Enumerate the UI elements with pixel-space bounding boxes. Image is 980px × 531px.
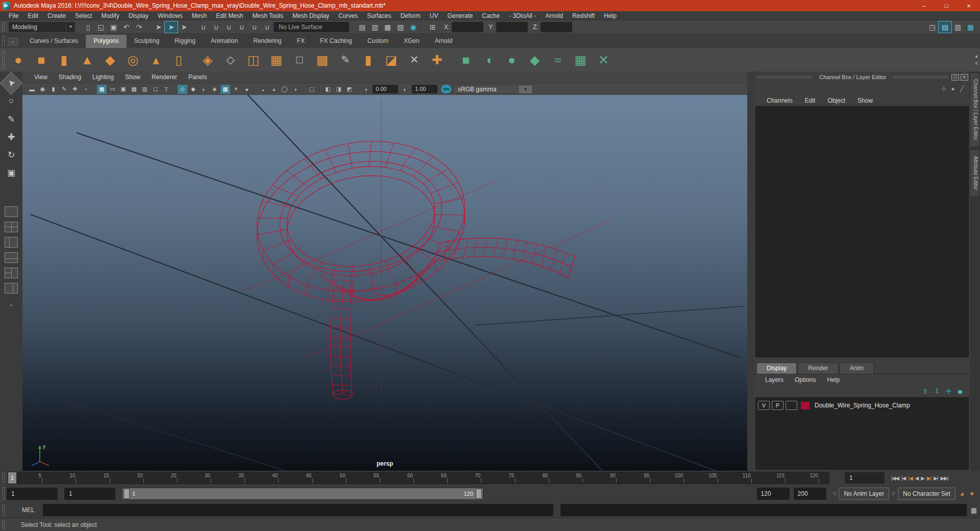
menu-item[interactable]: Create <box>43 11 70 20</box>
snap-to-view-plane-icon[interactable]: ∪ <box>248 21 261 33</box>
uv-persp-layout-button[interactable] <box>5 283 18 294</box>
menu-set-selector[interactable]: Modeling <box>9 22 66 32</box>
automatic-mapping-icon[interactable]: ◆ <box>523 49 546 70</box>
persp-graph-layout-button[interactable] <box>5 252 18 263</box>
render-settings-icon[interactable]: ▧ <box>394 21 407 33</box>
drag-handle[interactable] <box>2 520 5 529</box>
play-forwards-button[interactable]: ▶ <box>920 472 925 484</box>
uv-editor-icon[interactable]: ▦ <box>569 49 592 70</box>
script-editor-icon[interactable]: ▦ <box>971 506 977 514</box>
poly-pipe-icon[interactable]: ▯ <box>167 49 190 70</box>
paint-select-tool-icon[interactable]: ✎ <box>4 111 19 127</box>
reduce-icon[interactable]: ▩ <box>311 49 334 70</box>
scale-tool-icon[interactable]: ▣ <box>4 165 19 180</box>
poly-cone-icon[interactable]: ▲ <box>76 49 99 70</box>
shelf-tab[interactable]: FX <box>289 35 312 48</box>
drag-handle[interactable] <box>2 487 5 501</box>
smooth-icon[interactable]: ▦ <box>265 49 288 70</box>
shelf-tab[interactable]: Arnold <box>427 35 460 48</box>
select-tool-icon[interactable]: ➤ <box>1 73 22 94</box>
playback-end-field[interactable]: 120 <box>757 488 790 500</box>
panel-menu-item[interactable]: View <box>29 74 53 81</box>
xray-joints-icon[interactable]: ◨ <box>334 85 344 94</box>
range-slider[interactable]: 1 120 <box>122 488 483 500</box>
snap-to-projected-center-icon[interactable]: ∪ <box>235 21 248 33</box>
layer-editor-tab[interactable]: Display <box>756 363 797 374</box>
current-time-marker[interactable]: 1 <box>8 472 16 484</box>
select-component-icon[interactable]: ➤ <box>178 21 190 33</box>
layer-row[interactable]: V P Double_Wire_Spring_Hose_Clamp <box>758 399 966 412</box>
layer-editor-tab[interactable]: Anim <box>840 363 874 374</box>
tool-settings-icon[interactable]: ▥ <box>951 21 964 33</box>
command-line-input[interactable] <box>43 504 553 516</box>
channel-box-menu-item[interactable]: Channels <box>761 97 799 104</box>
poly-pyramid-icon[interactable]: ▴ <box>144 49 167 70</box>
menu-item[interactable]: Mesh Display <box>288 11 334 20</box>
image-plane-icon[interactable]: ✎ <box>59 85 69 94</box>
axis-tripod-icon[interactable]: ✛ <box>941 85 946 92</box>
use-lights-icon[interactable]: ☀ <box>231 85 241 94</box>
menu-item[interactable]: Select <box>70 11 96 20</box>
open-render-view-icon[interactable]: ▤ <box>356 21 369 33</box>
separate-icon[interactable]: ◇ <box>219 49 242 70</box>
colorspace-select[interactable]: sRGB gamma <box>453 85 519 94</box>
layer-menu-item[interactable]: Layers <box>760 376 789 383</box>
slash-icon[interactable]: ╱ <box>960 85 964 92</box>
menu-item[interactable]: Mesh Tools <box>248 11 288 20</box>
menu-item[interactable]: Cache <box>477 11 504 20</box>
drag-handle[interactable] <box>2 472 5 484</box>
contrast-icon[interactable]: ◐ <box>400 85 410 94</box>
xray-icon[interactable]: ◧ <box>323 85 333 94</box>
gamma-field[interactable]: 1.00 <box>412 85 437 93</box>
menu-item[interactable]: - 3DtoAll - <box>504 11 541 20</box>
maximize-button[interactable]: □ <box>935 0 958 11</box>
bevel-icon[interactable]: ◪ <box>380 49 403 70</box>
shelf-tab[interactable]: Animation <box>203 35 246 48</box>
move-layer-up-icon[interactable]: ⇧ <box>922 388 928 395</box>
hypershade-icon[interactable]: ◉ <box>407 21 420 33</box>
hypershade-persp-layout-button[interactable] <box>5 268 18 278</box>
spherical-mapping-icon[interactable]: ● <box>500 49 523 70</box>
lasso-tool-icon[interactable]: ○ <box>4 93 19 109</box>
poly-cylinder-icon[interactable]: ▮ <box>53 49 76 70</box>
shelf-editor-icon[interactable]: ≡ <box>975 60 978 66</box>
ipr-render-icon[interactable]: ▦ <box>381 21 394 33</box>
collapse-toolbox-button[interactable]: - <box>10 301 13 309</box>
bounding-box-icon[interactable]: ◈ <box>210 85 219 94</box>
shelf-tab[interactable]: Curves / Surfaces <box>22 35 86 48</box>
shelf-tab[interactable]: XGen <box>396 35 427 48</box>
rotate-tool-icon[interactable]: ↻ <box>4 147 19 162</box>
textured-icon[interactable]: ▩ <box>220 85 230 94</box>
select-hierarchy-icon[interactable]: ➤ <box>152 21 165 33</box>
menu-item[interactable]: File <box>4 11 23 20</box>
range-end-handle[interactable] <box>476 489 482 499</box>
menu-item[interactable]: Edit Mesh <box>211 11 248 20</box>
step-back-frame-button[interactable]: |◀ <box>901 472 906 484</box>
drag-handle[interactable] <box>2 50 5 70</box>
menu-item[interactable]: Display <box>124 11 153 20</box>
safe-title-icon[interactable]: T <box>161 85 171 94</box>
channel-box-menu-item[interactable]: Edit <box>799 97 822 104</box>
chevron-down-icon[interactable]: ▽ <box>892 491 895 496</box>
menu-item[interactable]: Mesh <box>187 11 211 20</box>
shelf-tab[interactable]: Sculpting <box>127 35 167 48</box>
target-weld-icon[interactable]: ✚ <box>426 49 449 70</box>
poly-plane-icon[interactable]: ◆ <box>99 49 121 70</box>
x-input[interactable] <box>452 22 483 32</box>
attribute-editor-icon[interactable]: ▤ <box>939 21 951 33</box>
shelf-tab[interactable]: Rigging <box>167 35 203 48</box>
viewport-canvas[interactable]: y persp <box>22 95 747 471</box>
drag-handle[interactable] <box>2 35 5 46</box>
close-panel-icon[interactable]: × <box>961 74 968 81</box>
z-input[interactable] <box>541 22 572 32</box>
chevron-down-icon[interactable]: ▼ <box>519 85 533 94</box>
bookmark-icon[interactable]: ▮ <box>48 85 58 94</box>
drag-handle[interactable] <box>2 22 5 32</box>
2d-pan-zoom-icon[interactable]: ✚ <box>70 85 80 94</box>
make-live-icon[interactable]: ∪ <box>261 21 274 33</box>
add-empty-layer-icon[interactable]: ◆ <box>958 388 963 395</box>
snap-to-grid-icon[interactable]: ∪ <box>197 21 210 33</box>
minimize-button[interactable]: – <box>913 0 935 11</box>
new-scene-icon[interactable]: ▯ <box>82 21 94 33</box>
y-input[interactable] <box>496 22 528 32</box>
